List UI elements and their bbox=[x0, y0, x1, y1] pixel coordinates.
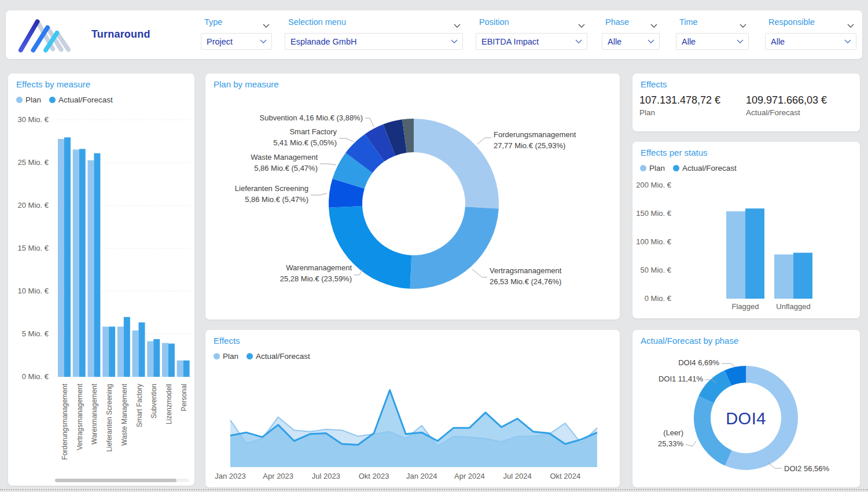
chart-text: (Leer) bbox=[663, 428, 683, 437]
bar-Plan[interactable] bbox=[177, 361, 183, 377]
kpi-plan-value: 107.131.478,72 € bbox=[639, 94, 720, 107]
filter-dropdown-position[interactable]: EBITDA Impact bbox=[476, 33, 587, 50]
horizontal-scrollbar[interactable] bbox=[55, 479, 176, 482]
donut-slice-Vertragsmanagement[interactable] bbox=[410, 207, 499, 289]
donut-slice-DOI1 11,41%[interactable] bbox=[698, 370, 731, 403]
chart-text: Vertragsmanagement bbox=[490, 266, 562, 275]
kpi-actual-value: 109.971.666,03 € bbox=[746, 94, 827, 107]
chevron-down-icon[interactable] bbox=[575, 39, 582, 43]
bar-Actual/Forecast[interactable] bbox=[793, 253, 812, 299]
bar-Actual/Forecast[interactable] bbox=[124, 317, 130, 377]
chart-text: 5,86 Mio.€ (5,47%) bbox=[245, 195, 308, 204]
donut-slice-Forderungsmanagement[interactable] bbox=[414, 119, 499, 209]
card-plan-by-measure: Plan by measure Forderungsmanagement27,7… bbox=[205, 74, 620, 320]
chart-text: 25 Mio. € bbox=[18, 158, 49, 167]
dropdown-value: Project bbox=[207, 37, 233, 46]
bar-Plan[interactable] bbox=[102, 326, 109, 377]
bar-Plan[interactable] bbox=[117, 326, 124, 377]
card-af-by-phase: Actual/Forecast by phase DOI4 6,69%DOI1 … bbox=[632, 330, 860, 487]
bar-Plan[interactable] bbox=[726, 211, 745, 299]
header-bar: Turnaround Type Project Selection menu E… bbox=[6, 10, 862, 59]
bar-Plan[interactable] bbox=[774, 255, 793, 299]
filter-label: Phase bbox=[605, 17, 629, 27]
chart-text: Waste Management bbox=[120, 383, 128, 446]
chart-text: Forderungsmanagement bbox=[61, 383, 69, 460]
effects-trend-chart[interactable]: Jan 2023Apr 2023Jul 2023Okt 2023Jan 2024… bbox=[205, 330, 620, 487]
bar-Plan[interactable] bbox=[147, 341, 153, 377]
bar-Actual/Forecast[interactable] bbox=[153, 339, 160, 377]
kpi-plan-label: Plan bbox=[639, 108, 720, 117]
chart-text: Apr 2024 bbox=[454, 472, 485, 480]
filter-dropdown-selection-menu[interactable]: Esplanade GmbH bbox=[285, 33, 463, 50]
filter-label: Position bbox=[479, 17, 509, 27]
chart-text: Flagged bbox=[732, 302, 759, 311]
chart-text: 5,86 Mio.€ (5,47%) bbox=[254, 164, 318, 172]
chart-text: 150 Mio. € bbox=[636, 209, 671, 218]
filter-dropdown-type[interactable]: Project bbox=[201, 33, 272, 50]
plan-by-measure-donut[interactable]: Forderungsmanagement27,77 Mio.€ (25,93%)… bbox=[205, 74, 620, 320]
company-logo-icon bbox=[13, 14, 80, 56]
chevron-down-icon[interactable] bbox=[578, 20, 585, 30]
chevron-down-icon[interactable] bbox=[648, 39, 654, 43]
card-title: Effects bbox=[641, 79, 667, 89]
chart-text: Warenmanagement bbox=[286, 263, 352, 272]
bar-Actual/Forecast[interactable] bbox=[64, 137, 71, 377]
effects-per-status-chart[interactable]: 0 Mio. €50 Mio. €100 Mio. €150 Mio. €200… bbox=[632, 142, 860, 318]
bar-Plan[interactable] bbox=[87, 160, 94, 377]
chart-text: Vertragsmanagement bbox=[76, 383, 84, 450]
bar-Plan[interactable] bbox=[58, 139, 64, 377]
chart-text: Apr 2023 bbox=[263, 472, 293, 480]
chevron-down-icon[interactable] bbox=[650, 20, 657, 30]
donut-slice-(Leer)[interactable] bbox=[694, 396, 732, 465]
bar-Actual/Forecast[interactable] bbox=[94, 153, 100, 377]
dropdown-value: Alle bbox=[608, 37, 621, 46]
filter-dropdown-responsible[interactable]: Alle bbox=[765, 33, 856, 50]
kpi-actual-label: Actual/Forecast bbox=[746, 108, 827, 117]
chevron-down-icon[interactable] bbox=[454, 20, 461, 30]
filter-label: Time bbox=[679, 17, 698, 27]
chevron-down-icon[interactable] bbox=[847, 20, 854, 30]
dropdown-value: Alle bbox=[771, 37, 785, 46]
chart-text: DOI2 56,56% bbox=[784, 464, 829, 473]
chart-text: Warenmanagement bbox=[90, 383, 98, 445]
chart-text: Smart Factory bbox=[135, 384, 144, 427]
chevron-down-icon[interactable] bbox=[263, 20, 270, 30]
bar-Actual/Forecast[interactable] bbox=[183, 361, 190, 377]
donut-center-label: DOI4 bbox=[726, 409, 766, 428]
chart-text: 5,41 Mio.€ (5,05%) bbox=[273, 138, 337, 147]
chart-text: Personal bbox=[180, 384, 188, 411]
chevron-down-icon[interactable] bbox=[451, 39, 458, 43]
filter-label: Type bbox=[204, 17, 222, 27]
chart-text: 27,77 Mio.€ (25,93%) bbox=[494, 141, 565, 150]
chart-text: DOI4 6,69% bbox=[678, 358, 719, 367]
bar-Plan[interactable] bbox=[73, 149, 79, 377]
chart-text: 50 Mio. € bbox=[641, 266, 672, 274]
chart-text: Subvention 4,16 Mio.€ (3,88%) bbox=[260, 113, 363, 122]
bar-Plan[interactable] bbox=[162, 343, 168, 377]
card-effects-trend: Effects Plan Actual/Forecast Jan 2023Apr… bbox=[205, 330, 620, 487]
bar-Actual/Forecast[interactable] bbox=[745, 208, 764, 299]
chevron-down-icon[interactable] bbox=[740, 20, 746, 30]
bar-Actual/Forecast[interactable] bbox=[139, 322, 145, 377]
bar-Actual/Forecast[interactable] bbox=[79, 149, 86, 377]
chart-text: 0 Mio. € bbox=[22, 372, 49, 381]
bar-Plan[interactable] bbox=[133, 331, 139, 377]
filter-dropdown-phase[interactable]: Alle bbox=[602, 33, 660, 50]
effects-by-measure-chart[interactable]: 0 Mio. €5 Mio. €10 Mio. €15 Mio. €20 Mio… bbox=[8, 74, 194, 479]
bar-Actual/Forecast[interactable] bbox=[109, 326, 115, 377]
chart-text: Subvention bbox=[150, 384, 158, 418]
chevron-down-icon[interactable] bbox=[844, 39, 851, 43]
filter-position: Position EBITDA Impact bbox=[476, 10, 587, 59]
chart-text: 200 Mio. € bbox=[636, 181, 671, 189]
chevron-down-icon[interactable] bbox=[737, 39, 744, 43]
filter-dropdown-time[interactable]: Alle bbox=[676, 33, 749, 50]
chart-text: DOI1 11,41% bbox=[659, 374, 704, 383]
chart-text: 25,33% bbox=[658, 439, 684, 448]
page-title: Turnaround bbox=[91, 28, 150, 41]
dropdown-value: Esplanade GmbH bbox=[290, 37, 356, 46]
bar-Actual/Forecast[interactable] bbox=[168, 344, 175, 377]
card-effects-by-measure: Effects by measure Plan Actual/Forecast … bbox=[8, 74, 194, 486]
chevron-down-icon[interactable] bbox=[260, 39, 267, 43]
chart-text: 10 Mio. € bbox=[18, 287, 49, 295]
filter-label: Responsible bbox=[768, 17, 815, 27]
